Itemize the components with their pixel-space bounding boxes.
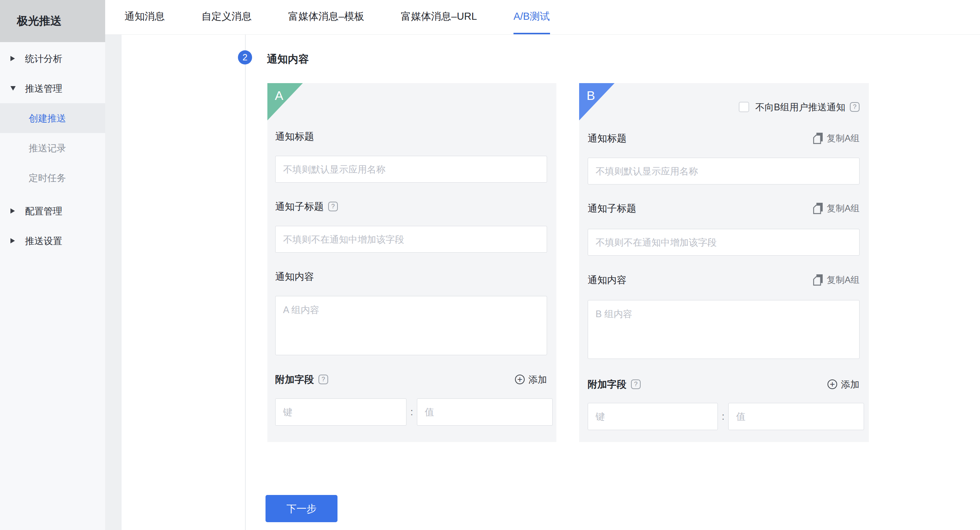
message-type-tabs: 通知消息 自定义消息 富媒体消息–模板 富媒体消息–URL A/B测试	[105, 0, 980, 35]
copy-pages-icon	[813, 132, 823, 144]
sidebar-item-create-push[interactable]: 创建推送	[0, 103, 105, 133]
sidebar-item-push-history[interactable]: 推送记录	[0, 133, 105, 163]
group-b-title-input[interactable]	[588, 158, 859, 184]
copy-pages-icon	[813, 274, 823, 286]
help-icon[interactable]: ?	[850, 102, 859, 112]
notification-title-label: 通知标题	[275, 130, 314, 143]
group-b-card: B 不向B组用户推送通知 ? 通知标题 复制A组 通知子标题	[579, 83, 869, 442]
key-value-colon: :	[406, 398, 417, 426]
copy-group-a-label: 复制A组	[827, 202, 859, 214]
sidebar-item-label: 推送管理	[25, 83, 62, 95]
copy-group-a-title-button[interactable]: 复制A组	[813, 132, 859, 144]
notification-content-label: 通知内容	[275, 270, 314, 283]
help-icon[interactable]: ?	[328, 202, 338, 211]
sidebar-item-push-settings[interactable]: 推送设置	[0, 226, 105, 255]
sidebar-item-statistics[interactable]: 统计分析	[0, 44, 105, 73]
step-number-badge: 2	[238, 50, 252, 65]
group-b-subtitle-input[interactable]	[588, 229, 859, 255]
step-title: 通知内容	[267, 52, 309, 66]
chevron-right-icon	[10, 56, 15, 61]
no-push-to-group-b-label: 不向B组用户推送通知	[755, 101, 845, 113]
main-content: 2 通知内容 A 通知标题 通知子标题 ? 通知内容 附加字段 ? + 添加	[122, 35, 980, 530]
sidebar-nav: 统计分析 推送管理 创建推送 推送记录 定时任务 配置管理 推送设置	[0, 42, 105, 255]
copy-group-a-content-button[interactable]: 复制A组	[813, 274, 859, 286]
group-a-extra-value-input[interactable]	[417, 398, 553, 426]
sidebar-item-label: 创建推送	[29, 112, 66, 124]
group-a-card: A 通知标题 通知子标题 ? 通知内容 附加字段 ? + 添加 :	[267, 83, 556, 442]
sidebar-item-config-management[interactable]: 配置管理	[0, 196, 105, 226]
tab-ab-test[interactable]: A/B测试	[514, 0, 550, 34]
copy-group-a-subtitle-button[interactable]: 复制A组	[813, 202, 859, 214]
key-value-colon: :	[718, 403, 728, 430]
no-push-to-group-b-checkbox[interactable]	[739, 102, 749, 112]
group-a-extra-key-input[interactable]	[275, 398, 406, 426]
group-a-title-input[interactable]	[275, 156, 547, 182]
extra-fields-label: 附加字段	[275, 373, 314, 386]
sidebar-item-label: 定时任务	[29, 172, 66, 184]
notification-subtitle-label: 通知子标题	[588, 202, 636, 215]
sidebar: 极光推送 统计分析 推送管理 创建推送 推送记录 定时任务 配置管理 推送设置	[0, 0, 105, 530]
tab-custom-message[interactable]: 自定义消息	[201, 0, 252, 34]
next-step-button[interactable]: 下一步	[266, 495, 337, 522]
help-icon[interactable]: ?	[631, 379, 641, 389]
tab-notification-message[interactable]: 通知消息	[124, 0, 165, 34]
group-a-subtitle-input[interactable]	[275, 226, 547, 253]
tab-richmedia-template[interactable]: 富媒体消息–模板	[288, 0, 364, 34]
copy-pages-icon	[813, 202, 823, 214]
group-a-content-textarea[interactable]	[275, 296, 547, 355]
app-title: 极光推送	[0, 0, 105, 42]
notification-subtitle-label: 通知子标题	[275, 200, 324, 213]
notification-content-label: 通知内容	[588, 274, 627, 287]
plus-circle-icon: +	[515, 374, 525, 384]
tab-richmedia-url[interactable]: 富媒体消息–URL	[401, 0, 477, 34]
add-field-button[interactable]: + 添加	[827, 378, 859, 390]
sidebar-item-label: 推送记录	[29, 142, 66, 154]
group-a-badge: A	[275, 88, 283, 103]
copy-group-a-label: 复制A组	[827, 132, 859, 144]
group-b-extra-value-input[interactable]	[728, 403, 864, 430]
add-field-label: 添加	[841, 378, 859, 390]
group-a-corner-ribbon	[267, 83, 303, 121]
sidebar-item-push-management[interactable]: 推送管理	[0, 73, 105, 103]
sidebar-item-scheduled-tasks[interactable]: 定时任务	[0, 163, 105, 193]
chevron-right-icon	[10, 208, 15, 214]
sidebar-item-label: 推送设置	[25, 235, 62, 247]
group-b-extra-key-input[interactable]	[588, 403, 718, 430]
copy-group-a-label: 复制A组	[827, 274, 859, 286]
step-connector-line	[245, 35, 246, 530]
chevron-down-icon	[10, 86, 16, 90]
content-gutter	[105, 35, 122, 530]
notification-title-label: 通知标题	[588, 132, 627, 145]
add-field-button[interactable]: + 添加	[515, 373, 547, 386]
sidebar-item-label: 统计分析	[25, 52, 62, 65]
help-icon[interactable]: ?	[318, 374, 328, 384]
sidebar-item-label: 配置管理	[25, 205, 62, 217]
group-b-content-textarea[interactable]	[588, 300, 859, 359]
chevron-right-icon	[10, 238, 15, 243]
add-field-label: 添加	[528, 373, 547, 386]
plus-circle-icon: +	[827, 379, 837, 389]
extra-fields-label: 附加字段	[588, 378, 627, 391]
